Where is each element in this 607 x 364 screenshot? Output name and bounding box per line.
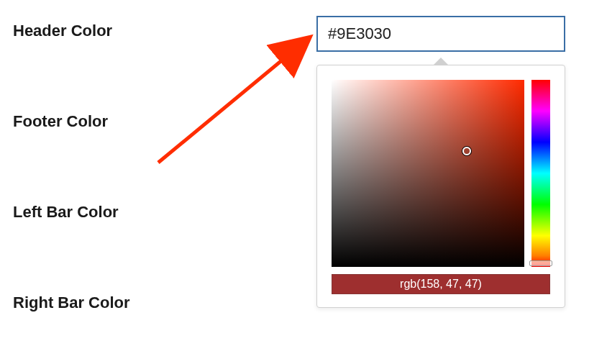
popover-caret-icon <box>434 58 448 65</box>
annotation-arrow-icon <box>151 33 324 170</box>
current-color-text: rgb(158, 47, 47) <box>400 278 482 291</box>
svg-line-0 <box>158 39 308 163</box>
hue-slider-handle[interactable] <box>529 260 552 266</box>
left-bar-color-label: Left Bar Color <box>13 203 301 222</box>
current-color-swatch: rgb(158, 47, 47) <box>332 274 550 294</box>
color-picker-popover: rgb(158, 47, 47) <box>316 65 565 308</box>
hue-slider[interactable] <box>531 80 550 267</box>
header-color-label: Header Color <box>13 22 301 40</box>
header-color-input[interactable] <box>316 16 565 52</box>
right-bar-color-label: Right Bar Color <box>13 294 301 312</box>
footer-color-label: Footer Color <box>13 112 301 131</box>
saturation-value-panel[interactable] <box>332 80 524 267</box>
